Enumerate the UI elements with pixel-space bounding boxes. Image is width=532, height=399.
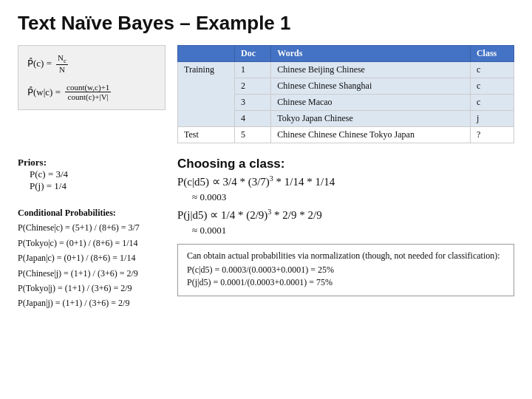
doc-class: c	[470, 62, 514, 78]
doc-class: ?	[470, 127, 514, 143]
pc-result: P(c|d5) = 0.0003/(0.0003+0.0001) = 25%	[187, 265, 505, 276]
doc-words: Chinese Chinese Shanghai	[271, 78, 471, 95]
doc-class: c	[470, 95, 514, 111]
choosing-section: Choosing a class: P(c|d5) ∝ 3/4 * (3/7)3…	[177, 157, 514, 236]
conditionals-section: Conditional Probabilities: P(Chinese|c) …	[18, 205, 166, 311]
table-row: Training 1 Chinese Beijing Chinese c	[178, 62, 514, 78]
priors-label: Priors:	[18, 157, 47, 168]
col-header-words: Words	[271, 46, 471, 62]
doc-num: 5	[235, 127, 271, 143]
doc-num: 3	[235, 95, 271, 111]
doc-words: Tokyo Japan Chinese	[271, 111, 471, 127]
doc-num: 2	[235, 78, 271, 95]
training-label: Training	[178, 62, 235, 127]
doc-class: j	[470, 111, 514, 127]
col-header-class: Class	[470, 46, 514, 62]
choosing-title: Choosing a class:	[177, 157, 514, 171]
doc-num: 4	[235, 111, 271, 127]
can-obtain-intro: Can obtain actual probabilities via norm…	[187, 250, 505, 262]
cond-line: P(Tokyo|c) = (0+1) / (8+6) = 1/14	[18, 236, 166, 250]
test-label: Test	[178, 127, 235, 143]
pj-approx: ≈ 0.0001	[192, 225, 514, 236]
doc-words: Chinese Chinese Chinese Tokyo Japan	[271, 127, 471, 143]
doc-class: c	[470, 78, 514, 95]
doc-words: Chinese Macao	[271, 95, 471, 111]
cond-line: P(Japan|j) = (1+1) / (3+6) = 2/9	[18, 296, 166, 310]
conditionals-title: Conditional Probabilities:	[18, 208, 116, 218]
pj-result: P(j|d5) = 0.0001/(0.0003+0.0001) = 75%	[187, 277, 505, 288]
col-header-empty	[178, 46, 235, 62]
cond-line: P(Chinese|c) = (5+1) / (8+6) = 3/7	[18, 220, 166, 235]
col-header-doc: Doc	[235, 46, 271, 62]
can-obtain-box: Can obtain actual probabilities via norm…	[177, 244, 514, 296]
data-table: Doc Words Class Training 1 Chinese Beiji…	[177, 45, 514, 143]
doc-num: 1	[235, 62, 271, 78]
table-row: Test 5 Chinese Chinese Chinese Tokyo Jap…	[178, 127, 514, 143]
prior-pc: P(c) = 3/4	[30, 168, 166, 180]
cond-line: P(Tokyo|j) = (1+1) / (3+6) = 2/9	[18, 281, 166, 296]
page-title: Text Naïve Bayes – Example 1	[18, 12, 514, 35]
cond-line: P(Japan|c) = (0+1) / (8+6) = 1/14	[18, 250, 166, 265]
pj-formula: P(j|d5) ∝ 1/4 * (2/9)3 * 2/9 * 2/9	[177, 208, 514, 222]
formula-box: P̂(c) = Nc N P̂(w|c) = count(w,c)+1 coun…	[18, 45, 166, 110]
prior-pj: P(j) = 1/4	[30, 180, 166, 192]
cond-line: P(Chinese|j) = (1+1) / (3+6) = 2/9	[18, 266, 166, 281]
pc-formula: P(c|d5) ∝ 3/4 * (3/7)3 * 1/14 * 1/14	[177, 174, 514, 188]
priors-section: Priors: P(c) = 3/4 P(j) = 1/4	[18, 157, 166, 192]
doc-words: Chinese Beijing Chinese	[271, 62, 471, 78]
pc-approx: ≈ 0.0003	[192, 191, 514, 203]
